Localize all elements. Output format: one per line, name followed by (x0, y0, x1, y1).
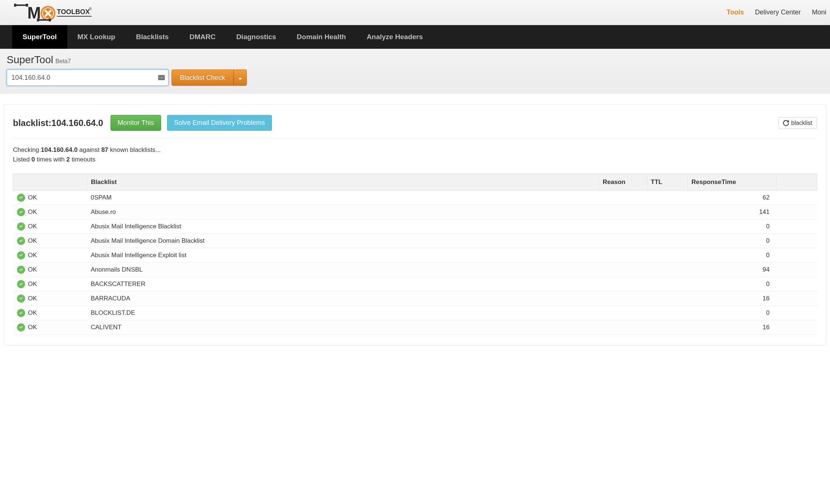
logo[interactable]: M TOOLBOX ® (14, 2, 92, 23)
summary-text: known blacklists... (108, 146, 161, 153)
blacklist-name[interactable]: Abusix Mail Intelligence Exploit list (87, 248, 599, 263)
refresh-label: blacklist (791, 120, 812, 126)
blacklist-name[interactable]: Anonmails DNSBL (87, 263, 599, 277)
table-row: OKAnonmails DNSBL94 (13, 263, 817, 277)
content: blacklist:104.160.64.0 Monitor This Solv… (0, 94, 830, 345)
topbar: M TOOLBOX ® Tools Delivery Center Moni (0, 0, 830, 25)
summary: Checking 104.160.64.0 against 87 known b… (13, 145, 817, 164)
status-text: OK (28, 324, 37, 331)
page-title-beta: Beta7 (55, 58, 71, 65)
blacklist-name[interactable]: Abuse.ro (87, 205, 599, 219)
table-row: OKBLOCKLIST.DE0 (13, 306, 817, 320)
blacklist-name[interactable]: BLOCKLIST.DE (87, 306, 599, 320)
response-time-cell: 0 (688, 277, 776, 292)
status-text: OK (28, 223, 37, 230)
tab-analyze-headers[interactable]: Analyze Headers (356, 25, 433, 49)
topnav-monitoring[interactable]: Moni (812, 8, 826, 16)
response-time-cell: 141 (688, 205, 776, 219)
result-header: blacklist:104.160.64.0 Monitor This Solv… (13, 115, 817, 139)
check-circle-icon (17, 309, 25, 317)
monitor-this-button[interactable]: Monitor This (110, 115, 161, 131)
svg-rect-9 (49, 18, 51, 21)
topnav-delivery-center[interactable]: Delivery Center (755, 8, 801, 16)
top-nav: Tools Delivery Center Moni (727, 8, 826, 16)
search-section: SuperTool Beta7 Blacklist Check (0, 49, 830, 94)
tail-cell (776, 205, 817, 219)
check-circle-icon (17, 266, 25, 274)
status-cell: OK (13, 205, 87, 219)
reason-cell (599, 320, 647, 335)
status-text: OK (28, 208, 37, 216)
blacklist-name[interactable]: 0SPAM (87, 191, 599, 205)
blacklist-check-button[interactable]: Blacklist Check (171, 69, 234, 86)
reason-cell (599, 263, 647, 277)
tail-cell (776, 320, 817, 335)
reason-cell (599, 219, 647, 234)
status-cell: OK (13, 292, 87, 306)
tail-cell (776, 277, 817, 292)
table-row: OKAbuse.ro141 (13, 205, 817, 219)
response-time-cell: 0 (688, 219, 776, 234)
tab-diagnostics[interactable]: Diagnostics (226, 25, 286, 49)
status-cell: OK (13, 219, 87, 234)
status-text: OK (28, 309, 37, 317)
tail-cell (776, 263, 817, 277)
keyboard-icon[interactable] (158, 75, 165, 80)
refresh-icon (783, 120, 789, 126)
table-row: OKCALIVENT16 (13, 320, 817, 335)
response-time-cell: 0 (688, 306, 776, 320)
check-circle-icon (17, 294, 25, 303)
table-row: OKAbusix Mail Intelligence Blacklist0 (13, 219, 817, 234)
tab-mx-lookup[interactable]: MX Lookup (67, 25, 126, 49)
response-time-cell: 16 (688, 292, 776, 306)
mxtoolbox-logo-icon: M TOOLBOX ® (14, 2, 92, 23)
svg-text:®: ® (89, 7, 92, 11)
blacklist-name[interactable]: Abusix Mail Intelligence Domain Blacklis… (87, 234, 599, 248)
blacklist-name[interactable]: BACKSCATTERER (87, 277, 599, 292)
action-button-group: Blacklist Check (171, 69, 247, 86)
summary-ip: 104.160.64.0 (41, 146, 78, 153)
svg-rect-8 (37, 18, 39, 21)
action-dropdown-toggle[interactable] (234, 69, 247, 86)
blacklist-name[interactable]: Abusix Mail Intelligence Blacklist (87, 219, 599, 234)
page-title-text: SuperTool (7, 54, 53, 66)
status-text: OK (28, 280, 37, 288)
summary-text: times with (35, 156, 67, 163)
tab-supertool[interactable]: SuperTool (12, 25, 67, 49)
col-ttl: TTL (647, 174, 688, 191)
blacklist-name[interactable]: BARRACUDA (87, 292, 599, 306)
ttl-cell (647, 248, 688, 263)
check-circle-icon (17, 194, 25, 202)
search-input[interactable] (7, 69, 169, 86)
tab-dmarc[interactable]: DMARC (179, 25, 226, 49)
summary-listed-count: 0 (31, 156, 35, 163)
col-reason: Reason (599, 174, 647, 191)
col-status (13, 174, 87, 191)
col-response-time: ResponseTime (688, 174, 776, 191)
solve-problems-button[interactable]: Solve Email Delivery Problems (167, 115, 272, 131)
table-row: OKBACKSCATTERER0 (13, 277, 817, 292)
topnav-tools[interactable]: Tools (727, 8, 744, 16)
subnav: SuperTool MX Lookup Blacklists DMARC Dia… (0, 25, 830, 49)
ttl-cell (647, 277, 688, 292)
tail-cell (776, 248, 817, 263)
svg-rect-1 (14, 4, 16, 7)
ttl-cell (647, 320, 688, 335)
summary-text: against (78, 146, 101, 153)
status-text: OK (28, 295, 37, 302)
blacklist-name[interactable]: CALIVENT (87, 320, 599, 335)
search-row: Blacklist Check (7, 69, 823, 86)
tail-cell (776, 191, 817, 205)
tab-domain-health[interactable]: Domain Health (286, 25, 356, 49)
summary-text: timeouts (70, 156, 95, 163)
reason-cell (599, 205, 647, 219)
check-circle-icon (17, 222, 25, 231)
summary-timeout-count: 2 (67, 156, 70, 163)
summary-bl-count: 87 (101, 146, 108, 153)
refresh-button[interactable]: blacklist (778, 117, 817, 129)
ttl-cell (647, 234, 688, 248)
table-row: OKAbusix Mail Intelligence Exploit list0 (13, 248, 817, 263)
results-table: Blacklist Reason TTL ResponseTime OK0SPA… (13, 174, 817, 335)
tab-blacklists[interactable]: Blacklists (126, 25, 179, 49)
response-time-cell: 94 (688, 263, 776, 277)
